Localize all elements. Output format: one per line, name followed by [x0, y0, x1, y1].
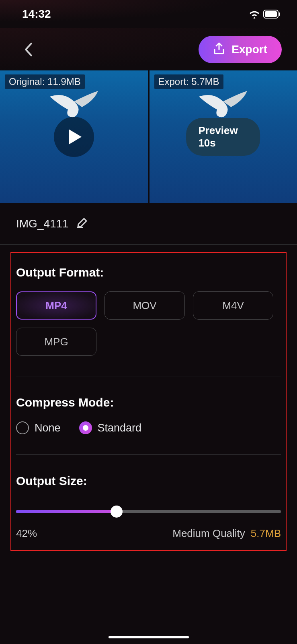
- original-preview-panel: Original: 11.9MB: [0, 70, 148, 203]
- export-button[interactable]: Export: [199, 36, 282, 63]
- back-button[interactable]: [20, 41, 36, 58]
- settings-highlighted-box: Output Format: MP4 MOV M4V MPG Compress …: [10, 252, 287, 551]
- preview-row: Original: 11.9MB Export: 5.7MB Preview 1…: [0, 70, 297, 203]
- export-preview-panel: Export: 5.7MB Preview 10s: [150, 70, 297, 203]
- quality-label: Medium Quality: [172, 527, 245, 540]
- compress-mode-title: Compress Mode:: [16, 396, 281, 409]
- output-size-percent: 42%: [16, 527, 37, 540]
- svg-rect-2: [279, 12, 280, 16]
- filename-row: IMG_4111: [0, 203, 297, 244]
- format-option-mov[interactable]: MOV: [104, 291, 185, 320]
- compress-option-none[interactable]: None: [16, 421, 61, 434]
- status-icons: [249, 10, 281, 19]
- output-size-value: 5.7MB: [251, 527, 281, 540]
- export-button-label: Export: [231, 43, 267, 56]
- format-options: MP4 MOV M4V MPG: [16, 291, 281, 356]
- wifi-icon: [249, 10, 260, 19]
- chevron-left-icon: [24, 42, 33, 57]
- pencil-icon: [76, 217, 88, 229]
- format-option-mp4[interactable]: MP4: [16, 291, 96, 320]
- slider-fill: [16, 510, 117, 513]
- play-icon: [68, 128, 82, 145]
- export-size-tag: Export: 5.7MB: [154, 74, 223, 89]
- format-option-mpg[interactable]: MPG: [16, 328, 96, 356]
- radio-icon: [16, 421, 29, 434]
- header: Export: [0, 28, 297, 70]
- output-size-title: Output Size:: [16, 474, 281, 488]
- original-size-tag: Original: 11.9MB: [5, 74, 85, 89]
- divider: [16, 454, 281, 455]
- format-option-m4v[interactable]: M4V: [193, 291, 273, 320]
- status-bar: 14:32: [0, 0, 297, 28]
- radio-label: Standard: [98, 422, 142, 434]
- compress-option-standard[interactable]: Standard: [79, 421, 142, 434]
- battery-icon: [263, 10, 281, 19]
- radio-icon-selected: [79, 421, 92, 434]
- preview-10s-button[interactable]: Preview 10s: [186, 118, 260, 156]
- status-time: 14:32: [22, 8, 51, 21]
- home-indicator[interactable]: [109, 636, 189, 638]
- slider-thumb[interactable]: [111, 506, 123, 518]
- upload-icon: [213, 42, 225, 57]
- play-button[interactable]: [54, 117, 94, 157]
- filename-label: IMG_4111: [16, 217, 69, 230]
- output-size-info: 42% Medium Quality 5.7MB: [16, 527, 281, 540]
- edit-filename-button[interactable]: [76, 217, 88, 231]
- svg-rect-1: [265, 11, 277, 17]
- output-size-slider[interactable]: [16, 506, 281, 518]
- radio-label: None: [35, 422, 61, 434]
- output-format-title: Output Format:: [16, 266, 281, 279]
- compress-mode-options: None Standard: [16, 421, 281, 434]
- divider: [0, 244, 297, 245]
- divider: [16, 376, 281, 376]
